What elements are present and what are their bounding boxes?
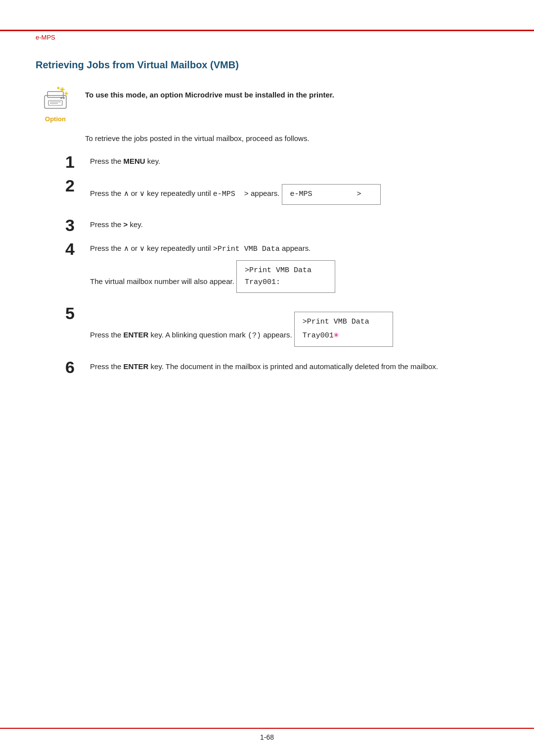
svg-rect-2 <box>48 100 62 105</box>
step-6: 6 Press the ENTER key. The document in t… <box>65 361 498 376</box>
step-2-content: Press the ∧ or ∨ key repeatedly until e-… <box>90 179 498 210</box>
svg-rect-1 <box>47 92 63 97</box>
option-label: Option <box>36 115 75 123</box>
step-5-content: Press the ENTER key. A blinking question… <box>90 307 498 352</box>
step-4-content: Press the ∧ or ∨ key repeatedly until >P… <box>90 242 498 298</box>
step-1-number: 1 <box>65 153 90 170</box>
step-4-number: 4 <box>65 240 90 257</box>
step-3-number: 3 <box>65 217 90 234</box>
step-4: 4 Press the ∧ or ∨ key repeatedly until … <box>65 242 498 298</box>
step-1: 1 Press the MENU key. <box>65 155 498 170</box>
steps-container: 1 Press the MENU key. 2 Press the ∧ or ∨… <box>65 155 498 376</box>
step-2: 2 Press the ∧ or ∨ key repeatedly until … <box>65 179 498 210</box>
svg-point-18 <box>63 97 65 99</box>
step-5: 5 Press the ENTER key. A blinking questi… <box>65 307 498 352</box>
step-3: 3 Press the > key. <box>65 219 498 234</box>
step-5-number: 5 <box>65 305 90 322</box>
page-number: 1-68 <box>260 733 274 741</box>
option-icon-block: Option <box>36 86 75 123</box>
section-title: Retrieving Jobs from Virtual Mailbox (VM… <box>36 59 498 71</box>
option-svg-icon <box>41 86 70 113</box>
bottom-border <box>0 728 534 729</box>
svg-point-17 <box>60 97 62 99</box>
main-content: Retrieving Jobs from Virtual Mailbox (VM… <box>36 59 498 384</box>
step-1-content: Press the MENU key. <box>90 155 498 167</box>
header-label: e-MPS <box>36 34 55 41</box>
step-6-number: 6 <box>65 359 90 376</box>
step-2-display: e-MPS > <box>282 184 381 205</box>
top-border <box>0 30 534 31</box>
step-3-content: Press the > key. <box>90 219 498 231</box>
option-warning-text: To use this mode, an option Microdrive m… <box>85 86 334 101</box>
step-4-display: >Print VMB DataTray001: <box>236 260 335 293</box>
step-6-content: Press the ENTER key. The document in the… <box>90 361 498 373</box>
intro-paragraph: To retrieve the jobs posted in the virtu… <box>85 133 498 144</box>
step-5-display: >Print VMB DataTray001✳ <box>294 312 393 347</box>
step-2-number: 2 <box>65 177 90 194</box>
option-area: Option To use this mode, an option Micro… <box>36 86 498 123</box>
